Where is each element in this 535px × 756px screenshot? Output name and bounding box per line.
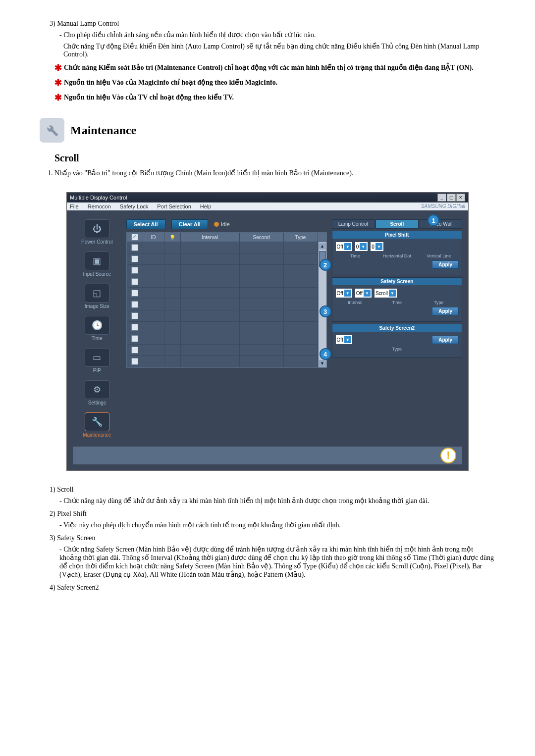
input-icon: ▣ bbox=[85, 252, 109, 270]
star-note: ✱Chức năng Kiểm soát Bảo trì (Maintenanc… bbox=[54, 62, 495, 73]
table-row[interactable] bbox=[127, 333, 318, 345]
right-tabs: Lamp Control Scroll Video Wall bbox=[332, 219, 462, 229]
star-icon: ✱ bbox=[54, 77, 62, 88]
row-checkbox[interactable] bbox=[131, 267, 138, 274]
sidebar-item-pip[interactable]: ▭PIP bbox=[85, 348, 109, 373]
safety-screen-panel: Safety Screen Off▼ Off▼ Scroll▼ Interval… bbox=[332, 277, 462, 322]
col-lamp-icon: 💡 bbox=[164, 233, 181, 242]
item-num: 1) bbox=[50, 486, 55, 493]
section-header: Maintenance bbox=[40, 118, 495, 143]
clear-all-button[interactable]: Clear All bbox=[171, 219, 208, 229]
display-grid: ID 💡 Interval Second Type bbox=[126, 232, 327, 368]
col-second: Second bbox=[240, 233, 284, 242]
row-checkbox[interactable] bbox=[131, 324, 138, 331]
row-checkbox[interactable] bbox=[131, 301, 138, 308]
sidebar-item-input-source[interactable]: ▣Input Source bbox=[83, 252, 111, 277]
safety-apply-button[interactable]: Apply bbox=[432, 307, 459, 315]
table-row[interactable] bbox=[127, 242, 318, 253]
settings-icon: ⚙ bbox=[85, 380, 109, 399]
table-row[interactable] bbox=[127, 288, 318, 299]
marker-1: 1 bbox=[428, 214, 439, 226]
table-row[interactable] bbox=[127, 345, 318, 356]
pixel-shift-hdot-select[interactable]: 0▼ bbox=[355, 242, 369, 252]
sub-heading: Scroll bbox=[54, 152, 495, 164]
row-checkbox[interactable] bbox=[131, 358, 138, 365]
safety-type-select[interactable]: Scroll▼ bbox=[374, 288, 397, 298]
row-checkbox[interactable] bbox=[131, 335, 138, 342]
safety-screen2-panel: Safety Screen2 Off▼ Apply Type 4 bbox=[332, 324, 462, 358]
safety2-apply-button[interactable]: Apply bbox=[432, 336, 459, 344]
star-icon: ✱ bbox=[54, 92, 62, 103]
sidebar: ⏻Power Control ▣Input Source ◱Image Size… bbox=[73, 219, 121, 438]
item-title: Manual Lamp Control bbox=[57, 20, 119, 27]
pixel-shift-panel: Pixel Shift Off▼ 0▼ 0▼ Time Horizontal D… bbox=[332, 231, 462, 275]
info-icon: ! bbox=[440, 448, 456, 463]
item-line: - Chức năng này dùng để khử dư ảnh xảy r… bbox=[59, 497, 495, 505]
table-row[interactable] bbox=[127, 310, 318, 322]
brand-label: SAMSUNG DIGITall bbox=[421, 203, 465, 209]
table-row[interactable] bbox=[127, 299, 318, 310]
row-checkbox[interactable] bbox=[131, 244, 138, 251]
tab-video-wall[interactable]: Video Wall bbox=[420, 219, 462, 229]
pixel-shift-apply-button[interactable]: Apply bbox=[432, 260, 459, 269]
table-row[interactable] bbox=[127, 265, 318, 276]
row-checkbox[interactable] bbox=[131, 347, 138, 353]
window-buttons: _ ▢ ✕ bbox=[437, 194, 465, 202]
table-row[interactable] bbox=[127, 276, 318, 288]
app-window: Multiple Display Control _ ▢ ✕ File Remo… bbox=[66, 192, 469, 471]
item-num: 4) bbox=[50, 584, 55, 591]
tab-lamp-control[interactable]: Lamp Control bbox=[332, 219, 374, 229]
table-row[interactable] bbox=[127, 253, 318, 265]
scroll-up-icon[interactable]: ▲ bbox=[319, 243, 326, 250]
item-line: - Chức năng Safety Screen (Màn hình Bảo … bbox=[59, 545, 495, 579]
menu-remocon[interactable]: Remocon bbox=[88, 203, 111, 209]
safety2-off-select[interactable]: Off▼ bbox=[335, 335, 353, 345]
chevron-down-icon: ▼ bbox=[364, 290, 371, 297]
chevron-down-icon: ▼ bbox=[375, 243, 382, 250]
header-checkbox[interactable] bbox=[131, 234, 138, 241]
menu-help[interactable]: Help bbox=[200, 203, 212, 209]
intro-item: Nhấp vào "Bảo trì" trong cột Biểu tượng … bbox=[54, 169, 495, 177]
row-checkbox[interactable] bbox=[131, 255, 138, 262]
sidebar-item-time[interactable]: 🕒Time bbox=[85, 316, 109, 341]
item-title: Safety Screen2 bbox=[57, 584, 99, 591]
window-title: Multiple Display Control bbox=[70, 195, 127, 201]
close-button[interactable]: ✕ bbox=[456, 194, 465, 202]
item-title: Pixel Shift bbox=[57, 510, 87, 517]
item-line: - Việc này cho phép dịch chuyển màn hình… bbox=[59, 521, 495, 529]
menu-port-selection[interactable]: Port Selection bbox=[157, 203, 191, 209]
maintenance-section-icon bbox=[40, 118, 64, 143]
panel-title: Pixel Shift bbox=[332, 231, 462, 239]
item-line: - Cho phép điều chỉnh ánh sáng nền của m… bbox=[59, 31, 495, 39]
chevron-down-icon: ▼ bbox=[344, 290, 351, 297]
table-row[interactable] bbox=[127, 356, 318, 367]
pixel-shift-vline-select[interactable]: 0▼ bbox=[370, 242, 384, 252]
panel-title: Safety Screen2 bbox=[332, 324, 462, 332]
star-note: ✱Nguồn tín hiệu Vào của MagicInfo chỉ ho… bbox=[54, 77, 495, 88]
section-title: Maintenance bbox=[70, 124, 136, 137]
select-all-button[interactable]: Select All bbox=[126, 219, 165, 229]
item-title: Scroll bbox=[57, 486, 73, 493]
row-checkbox[interactable] bbox=[131, 290, 138, 297]
item-line: Chức năng Tự động Điều khiển Đèn hình (A… bbox=[63, 42, 495, 58]
minimize-button[interactable]: _ bbox=[437, 194, 446, 202]
col-type: Type bbox=[284, 233, 318, 242]
menubar: File Remocon Safety Lock Port Selection … bbox=[67, 202, 468, 210]
sidebar-item-power-control[interactable]: ⏻Power Control bbox=[81, 219, 112, 245]
menu-file[interactable]: File bbox=[70, 203, 79, 209]
maximize-button[interactable]: ▢ bbox=[447, 194, 456, 202]
safety-interval-select[interactable]: Off▼ bbox=[355, 288, 372, 298]
row-checkbox[interactable] bbox=[131, 278, 138, 285]
sidebar-item-settings[interactable]: ⚙Settings bbox=[85, 380, 109, 405]
table-row[interactable] bbox=[127, 322, 318, 333]
safety-off-select[interactable]: Off▼ bbox=[335, 288, 353, 298]
sidebar-item-image-size[interactable]: ◱Image Size bbox=[85, 284, 109, 309]
pip-icon: ▭ bbox=[85, 348, 109, 367]
sidebar-item-maintenance[interactable]: 🔧Maintenance bbox=[83, 412, 111, 438]
scroll-down-icon[interactable]: ▼ bbox=[319, 360, 326, 367]
row-checkbox[interactable] bbox=[131, 312, 138, 319]
pixel-shift-off-select[interactable]: Off▼ bbox=[335, 242, 353, 252]
tab-scroll[interactable]: Scroll bbox=[375, 219, 418, 229]
marker-2: 2 bbox=[320, 259, 331, 271]
menu-safety-lock[interactable]: Safety Lock bbox=[120, 203, 148, 209]
